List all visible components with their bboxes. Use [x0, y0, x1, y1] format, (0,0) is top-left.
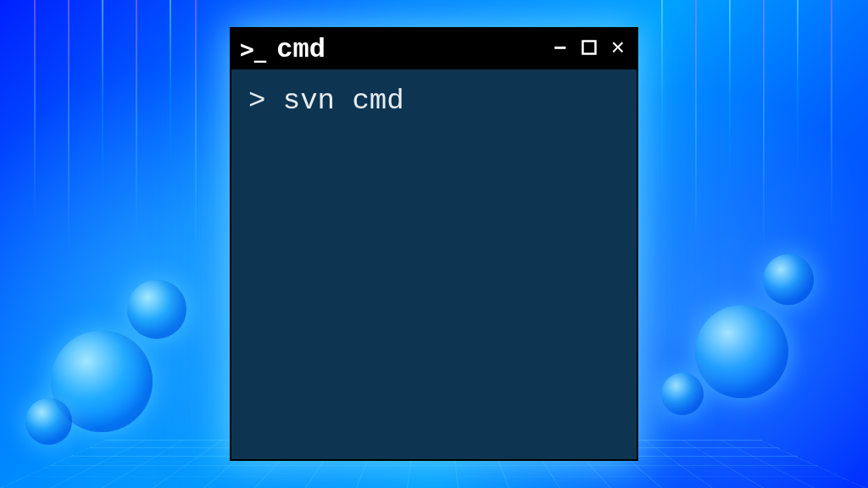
prompt-symbol: > [248, 85, 265, 117]
window-controls: − × [550, 37, 628, 61]
command-line: > svn cmd [248, 85, 620, 117]
terminal-window: >_ cmd − × > svn cmd [230, 27, 638, 461]
prompt-icon-underscore: _ [254, 39, 264, 63]
window-title: cmd [276, 34, 543, 65]
close-button[interactable]: × [608, 37, 628, 61]
minimize-button[interactable]: − [550, 38, 570, 60]
titlebar[interactable]: >_ cmd − × [231, 29, 637, 69]
prompt-icon: >_ [240, 36, 264, 64]
maximize-button[interactable] [579, 38, 599, 60]
prompt-icon-caret: > [240, 36, 253, 64]
command-text: svn cmd [283, 85, 404, 117]
terminal-body[interactable]: > svn cmd [231, 69, 637, 459]
svg-rect-0 [583, 42, 596, 54]
maximize-icon [581, 40, 597, 55]
